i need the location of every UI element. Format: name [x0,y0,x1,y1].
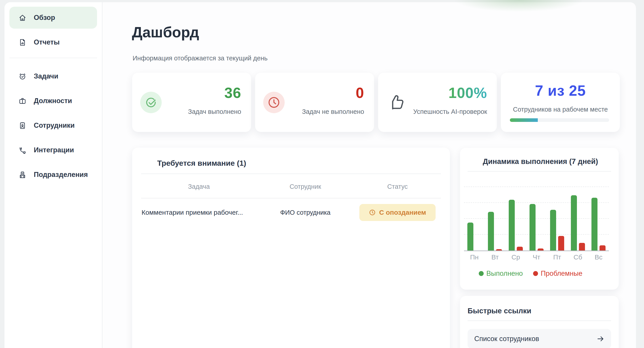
sidebar-item-label: Интеграции [34,146,74,154]
x-label-Пн: Пн [464,254,485,261]
sidebar-item-label: Сотрудники [34,122,75,130]
status-badge-label: С опозданием [379,209,426,216]
departments-icon [18,171,26,179]
sidebar-item-positions[interactable]: Должности [10,90,97,112]
attention-col-0: Задача [132,183,266,190]
bar-Выполнено-Чт [530,204,536,250]
legend-dot [479,271,484,276]
legend-item-1: Проблемные [533,270,582,278]
bar-Выполнено-Вт [488,212,494,250]
legend-label: Выполнено [486,270,523,278]
quick-links-divider [468,320,611,321]
dynamics-card: Динамика выполнения (7 дней) ПнВтСрЧтПтС… [460,148,619,290]
check-circle-icon [144,96,158,109]
chart-slot-Пн [464,182,485,250]
page-subtitle: Информация отображается за текущий день [132,54,268,62]
x-label-Вт: Вт [485,254,506,261]
quick-link-label: Список сотрудников [474,335,539,343]
x-label-Чт: Чт [526,254,547,261]
x-label-Пт: Пт [547,254,568,261]
positions-icon [18,97,26,105]
sidebar-item-label: Задачи [34,72,58,80]
quick-links-list: Список сотрудников [460,329,619,348]
chart-slot-Вс [588,182,609,250]
bar-Выполнено-Ср [509,200,515,250]
sidebar: ОбзорОтчеты ЗадачиДолжностиСотрудникиИнт… [4,2,102,348]
stats-row: 36Задач выполнено0Задач не выполнено100%… [132,73,620,132]
status-cell: С опозданием [345,204,450,221]
bar-Выполнено-Сб [571,195,577,250]
warning-icon [141,158,152,168]
stat-label: Успешность AI-проверок [413,108,487,116]
legend-dot [533,271,538,276]
attention-card-header: Требуется внимание (1) [132,148,450,174]
tasks-icon [18,72,26,80]
sidebar-divider [10,58,97,58]
bar-chart-x-labels: ПнВтСрЧтПтСбВс [464,254,609,261]
bar-chart-legend: ВыполненоПроблемные [479,270,582,278]
dynamics-card-title: Динамика выполнения (7 дней) [483,157,598,166]
on-site-progress-bar [510,118,609,122]
sidebar-group-management: ЗадачиДолжностиСотрудникиИнтеграцииПодра… [4,65,102,186]
bar-Выполнено-Пн [467,222,474,250]
employee-cell: ФИО сотрудника [266,209,345,216]
sidebar-item-label: Отчеты [34,38,60,46]
stat-label: Задач не выполнено [302,108,364,116]
attention-col-1: Сотрудник [266,183,345,190]
attention-header-divider [141,174,441,174]
chart-slot-Чт [526,182,547,250]
stat-card-tasks-failed: 0Задач не выполнено [255,73,374,132]
status-badge: С опозданием [359,204,435,221]
chart-slot-Вт [485,182,506,250]
sidebar-item-departments[interactable]: Подразделения [10,164,97,186]
sidebar-item-label: Должности [34,97,72,105]
page-title: Дашборд [132,24,199,41]
stat-value: 0 [356,84,364,101]
attention-card-title: Требуется внимание (1) [157,159,246,168]
stat-icon-circle [140,92,162,113]
stat-label: Сотрудников на рабочем месте [501,106,620,113]
stat-value: 36 [224,84,241,101]
employees-icon [18,122,26,130]
dynamics-card-header: Динамика выполнения (7 дней) [460,148,619,171]
chart-bars [464,182,609,250]
app-window: ОбзорОтчеты ЗадачиДолжностиСотрудникиИнт… [0,0,644,348]
trend-up-icon [468,157,477,166]
on-site-progress-fill [510,118,538,122]
x-label-Сб: Сб [568,254,588,261]
legend-label: Проблемные [541,270,582,278]
task-cell: Комментарии приемки рабочег... [132,209,266,216]
quick-links-header: Быстрые ссылки [460,296,619,320]
sidebar-item-employees[interactable]: Сотрудники [10,114,97,136]
bar-Выполнено-Пт [550,210,556,250]
clock-icon [267,96,281,109]
x-label-Ср: Ср [505,254,526,261]
sidebar-item-reports[interactable]: Отчеты [10,31,97,53]
sidebar-item-integrations[interactable]: Интеграции [10,139,97,161]
sidebar-group-main: ОбзорОтчеты [4,7,102,53]
attention-col-2: Статус [345,183,450,190]
quick-link-employee-list[interactable]: Список сотрудников [468,329,611,348]
home-icon [18,14,26,22]
legend-item-0: Выполнено [479,270,523,278]
attention-table-divider [141,198,441,198]
attention-card: Требуется внимание (1) ЗадачаСотрудникСт… [132,148,450,348]
quick-links-title: Быстрые ссылки [468,306,531,315]
arrow-right-icon [596,335,604,343]
x-label-Вс: Вс [588,254,609,261]
sidebar-item-tasks[interactable]: Задачи [10,65,97,87]
attention-table-header: ЗадачаСотрудникСтатус [132,183,450,198]
stat-card-ai-success: 100%Успешность AI-проверок [378,73,497,132]
chart-slot-Сб [568,182,588,250]
bar-Проблемные-Ср [517,247,523,250]
attention-table-row[interactable]: Комментарии приемки рабочег...ФИО сотруд… [132,199,450,226]
chart-slot-Пт [547,182,568,250]
sidebar-item-overview[interactable]: Обзор [10,7,97,29]
bar-chart-plot [464,182,609,251]
bar-Выполнено-Вс [592,198,598,250]
bar-Проблемные-Чт [538,248,544,250]
stat-label: Задач выполнено [188,108,241,116]
bar-Проблемные-Вт [496,249,502,250]
report-icon [18,38,26,46]
bar-Проблемные-Сб [579,243,585,250]
